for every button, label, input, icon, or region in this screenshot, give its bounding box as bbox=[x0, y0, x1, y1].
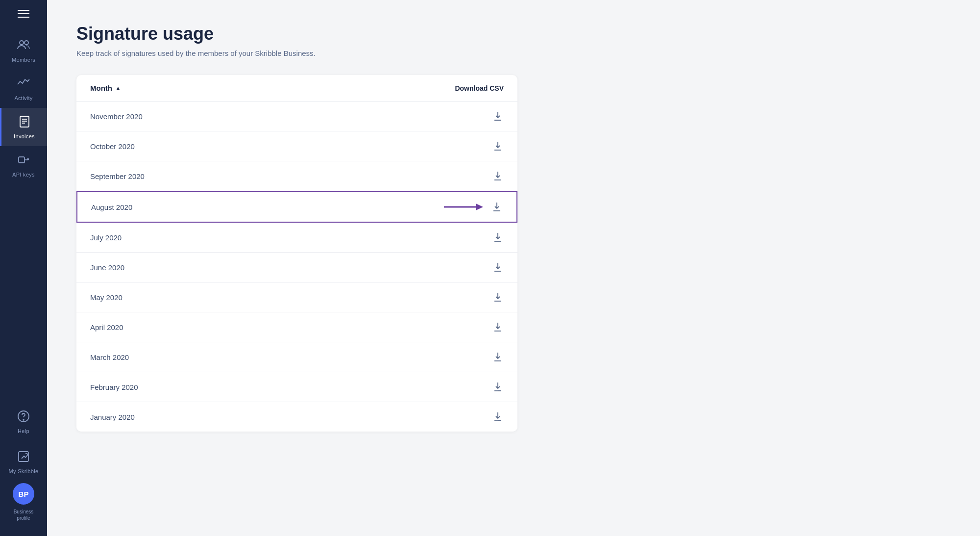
download-icon[interactable] bbox=[492, 140, 504, 152]
row-right bbox=[492, 411, 504, 423]
sidebar-bottom: Help My Skribble BP Businessprofile bbox=[0, 403, 47, 521]
sort-arrow-icon: ▲ bbox=[115, 85, 121, 92]
row-month-label: September 2020 bbox=[90, 172, 145, 180]
download-icon[interactable] bbox=[492, 381, 504, 393]
row-right bbox=[492, 321, 504, 333]
download-icon[interactable] bbox=[492, 110, 504, 122]
row-month-label: July 2020 bbox=[90, 233, 122, 242]
sidebar-item-my-skribble[interactable]: My Skribble bbox=[0, 443, 47, 481]
table-row[interactable]: June 2020 bbox=[76, 253, 517, 282]
table-row[interactable]: May 2020 bbox=[76, 282, 517, 312]
sidebar-item-activity-label: Activity bbox=[14, 95, 32, 101]
main-content: Signature usage Keep track of signatures… bbox=[47, 0, 980, 536]
sidebar: Members Activity Invoices bbox=[0, 0, 47, 536]
download-icon[interactable] bbox=[492, 321, 504, 333]
menu-toggle-button[interactable] bbox=[18, 10, 29, 18]
download-icon[interactable] bbox=[492, 291, 504, 303]
row-month-label: August 2020 bbox=[91, 203, 132, 211]
table-row[interactable]: January 2020 bbox=[76, 402, 517, 432]
invoices-icon bbox=[18, 115, 31, 131]
row-month-label: March 2020 bbox=[90, 353, 129, 361]
row-month-label: May 2020 bbox=[90, 293, 122, 302]
row-right bbox=[492, 110, 504, 122]
page-title: Signature usage bbox=[76, 24, 951, 44]
table-row[interactable]: April 2020 bbox=[76, 312, 517, 342]
nav-items: Members Activity Invoices bbox=[0, 31, 47, 403]
highlight-arrow-icon bbox=[444, 201, 483, 213]
row-right bbox=[492, 291, 504, 303]
api-keys-icon bbox=[17, 153, 30, 170]
download-icon[interactable] bbox=[492, 411, 504, 423]
row-month-label: October 2020 bbox=[90, 142, 135, 151]
svg-rect-6 bbox=[19, 157, 24, 163]
sidebar-item-my-skribble-label: My Skribble bbox=[9, 468, 39, 474]
page-subtitle: Keep track of signatures used by the mem… bbox=[76, 49, 951, 57]
business-profile-avatar[interactable]: BP bbox=[13, 483, 34, 505]
help-icon bbox=[17, 409, 30, 426]
row-right bbox=[492, 170, 504, 182]
row-right bbox=[492, 231, 504, 243]
row-right bbox=[492, 140, 504, 152]
download-icon[interactable] bbox=[491, 201, 503, 213]
business-profile-label: Businessprofile bbox=[14, 509, 34, 521]
table-row[interactable]: November 2020 bbox=[76, 102, 517, 131]
table-rows: November 2020 October 2020 September 202… bbox=[76, 102, 517, 432]
sidebar-item-invoices-label: Invoices bbox=[14, 133, 35, 139]
download-icon[interactable] bbox=[492, 231, 504, 243]
activity-icon bbox=[17, 77, 30, 93]
sidebar-item-help-label: Help bbox=[18, 428, 29, 434]
month-label: Month bbox=[90, 84, 112, 92]
table-row[interactable]: September 2020 bbox=[76, 161, 517, 191]
svg-point-0 bbox=[20, 41, 24, 45]
table-row[interactable]: March 2020 bbox=[76, 342, 517, 372]
my-skribble-icon bbox=[17, 450, 30, 466]
svg-rect-2 bbox=[20, 116, 29, 127]
hamburger-line bbox=[18, 10, 29, 11]
row-right bbox=[444, 201, 503, 213]
row-month-label: February 2020 bbox=[90, 383, 138, 391]
table-row[interactable]: October 2020 bbox=[76, 131, 517, 161]
signature-usage-table: Month ▲ Download CSV November 2020 Octob… bbox=[76, 75, 517, 432]
sidebar-item-api-keys-label: API keys bbox=[12, 172, 35, 178]
svg-point-11 bbox=[23, 419, 24, 420]
row-right bbox=[492, 381, 504, 393]
avatar-initials: BP bbox=[19, 490, 29, 498]
download-csv-button[interactable]: Download CSV bbox=[455, 84, 504, 92]
sidebar-item-members-label: Members bbox=[12, 57, 35, 63]
svg-point-1 bbox=[24, 41, 28, 45]
row-right bbox=[492, 351, 504, 363]
month-column-header[interactable]: Month ▲ bbox=[90, 84, 121, 92]
sidebar-item-api-keys[interactable]: API keys bbox=[0, 146, 47, 184]
table-row[interactable]: July 2020 bbox=[76, 223, 517, 253]
table-header: Month ▲ Download CSV bbox=[76, 75, 517, 102]
sidebar-item-activity[interactable]: Activity bbox=[0, 70, 47, 108]
hamburger-line bbox=[18, 17, 29, 18]
sidebar-item-help[interactable]: Help bbox=[0, 403, 47, 441]
download-icon[interactable] bbox=[492, 261, 504, 273]
hamburger-line bbox=[18, 13, 29, 14]
download-icon[interactable] bbox=[492, 170, 504, 182]
row-month-label: June 2020 bbox=[90, 263, 124, 272]
svg-marker-16 bbox=[476, 204, 483, 210]
download-icon[interactable] bbox=[492, 351, 504, 363]
sidebar-item-members[interactable]: Members bbox=[0, 31, 47, 70]
row-right bbox=[492, 261, 504, 273]
row-month-label: January 2020 bbox=[90, 413, 135, 421]
sidebar-item-invoices[interactable]: Invoices bbox=[0, 108, 47, 146]
table-row[interactable]: August 2020 bbox=[76, 191, 517, 223]
members-icon bbox=[17, 38, 30, 55]
table-row[interactable]: February 2020 bbox=[76, 372, 517, 402]
row-month-label: November 2020 bbox=[90, 112, 143, 121]
row-month-label: April 2020 bbox=[90, 323, 123, 332]
